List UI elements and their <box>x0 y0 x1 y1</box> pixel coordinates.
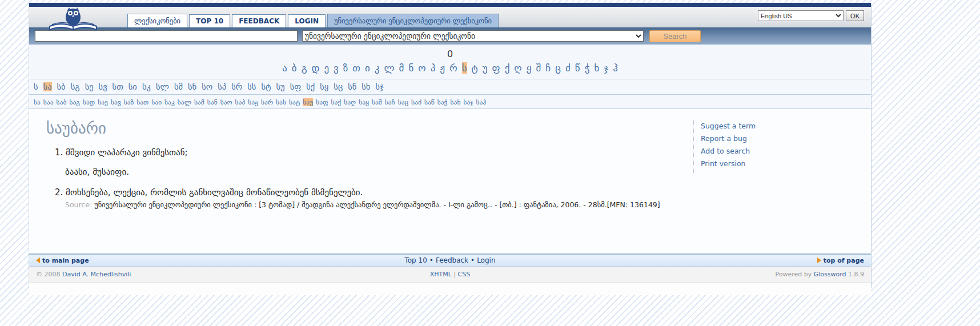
alphabet-letter-link[interactable]: კ <box>375 62 380 74</box>
alphabet-letter-link[interactable]: პ <box>431 62 436 74</box>
alphabet-letter-link[interactable]: ა <box>282 62 287 74</box>
dictionary-select[interactable]: უნივერსალური ენციკლოპედიური ლექსიკონი <box>302 30 644 42</box>
prefix2-link[interactable]: სს <box>247 82 256 91</box>
alphabet-letter-link[interactable]: შ <box>536 62 541 74</box>
prefix2-link[interactable]: სგ <box>71 82 80 91</box>
prefix3-link[interactable]: საბ <box>57 98 67 106</box>
prefix3-link[interactable]: სან <box>207 98 218 106</box>
prefix3-link[interactable]: საშ <box>372 98 382 106</box>
prefix2-link[interactable]: სკ <box>142 82 151 91</box>
prefix3-link[interactable]: საა <box>43 98 54 106</box>
prefix3-link[interactable]: სავ <box>111 98 121 106</box>
alphabet-letter-link[interactable]: ბ <box>292 62 297 74</box>
search-input[interactable] <box>35 30 298 42</box>
sidebar-link[interactable]: Suggest a term <box>701 122 865 130</box>
alphabet-letter-link[interactable]: ლ <box>384 62 394 74</box>
alphabet-letter-link[interactable]: ც <box>555 62 561 74</box>
alphabet-letter-link[interactable]: ჭ <box>585 62 590 74</box>
prefix2-link[interactable]: სნ <box>188 82 196 91</box>
prefix3-link[interactable]: სატ <box>289 98 300 106</box>
alphabet-letter-link[interactable]: ჰ <box>613 62 618 74</box>
alphabet-letter-link[interactable]: ო <box>418 62 425 74</box>
alphabet-letter-link[interactable]: ზ <box>343 62 348 74</box>
prefix2-link[interactable]: სლ <box>156 82 169 91</box>
prefix3-link[interactable]: საღ <box>344 98 356 106</box>
prefix3-link[interactable]: საჟ <box>248 98 258 106</box>
prefix3-link[interactable]: საფ <box>316 98 328 106</box>
alphabet-letter-link[interactable]: ქ <box>505 62 510 74</box>
prefix3-link[interactable]: საძ <box>411 98 421 106</box>
prefix3-link[interactable]: საც <box>398 98 408 106</box>
alphabet-letter-link[interactable]: ს <box>462 62 467 74</box>
prefix3-link[interactable]: საო <box>220 98 232 106</box>
alphabet-letter-link[interactable]: ე <box>324 62 329 74</box>
language-ok-button[interactable]: OK <box>846 10 864 21</box>
sidebar-link[interactable]: Print version <box>701 159 865 168</box>
alphabet-letter-link[interactable]: ჩ <box>545 62 551 74</box>
alphabet-letter-link[interactable]: ჯ <box>604 62 608 74</box>
alphabet-letter-link[interactable]: ხ <box>595 62 600 74</box>
alphabet-letter-link[interactable]: ვ <box>334 62 339 74</box>
prefix3-link[interactable]: სამ <box>194 98 204 106</box>
prefix3-link[interactable]: საე <box>98 98 108 106</box>
alphabet-letter-link[interactable]: ღ <box>514 62 521 74</box>
alphabet-letter-link[interactable]: მ <box>399 62 404 74</box>
alphabet-letter-link[interactable]: გ <box>302 62 307 74</box>
tab-login[interactable]: LOGIN <box>288 14 326 27</box>
footer-top10-link[interactable]: Top 10 <box>404 256 427 264</box>
prefix2-link[interactable]: სპ <box>218 82 226 91</box>
language-select[interactable]: English US <box>758 10 844 21</box>
prefix2-link[interactable]: სყ <box>320 82 328 91</box>
sidebar-link[interactable]: Add to search <box>701 147 865 155</box>
prefix3-link[interactable]: საუ <box>303 98 313 106</box>
tab-top10[interactable]: TOP 10 <box>189 14 230 27</box>
prefix3-link[interactable]: საკ <box>164 98 175 106</box>
prefix3-link[interactable]: სად <box>83 98 95 106</box>
tab-dictionaries[interactable]: ლექსიკონები <box>127 14 187 27</box>
prefix3-link[interactable]: საქ <box>331 98 342 106</box>
alphabet-letter-link[interactable]: ი <box>365 62 370 74</box>
prefix3-link[interactable]: სალ <box>178 98 191 106</box>
footer-login-link[interactable]: Login <box>477 256 495 264</box>
footer-feedback-link[interactable]: Feedback <box>436 256 468 264</box>
prefix3-link[interactable]: საწ <box>424 98 435 106</box>
alphabet-letter-link[interactable]: ნ <box>408 62 413 74</box>
prefix2-link[interactable]: სვ <box>99 82 107 91</box>
alphabet-letter-link[interactable]: უ <box>483 62 488 74</box>
prefix3-link[interactable]: საჭ <box>437 98 448 106</box>
prefix2-link[interactable]: სო <box>202 82 212 91</box>
prefix3-link[interactable]: საჩ <box>385 98 395 106</box>
prefix2-link[interactable]: სე <box>85 82 94 91</box>
prefix2-link[interactable]: სფ <box>290 82 302 91</box>
prefix3-link[interactable]: საჯ <box>463 98 473 106</box>
prefix3-link[interactable]: საყ <box>359 98 369 106</box>
prefix2-link[interactable]: სბ <box>57 82 66 91</box>
prefix2-link[interactable]: სხ <box>362 82 370 91</box>
prefix3-link[interactable]: საჰ <box>476 98 487 106</box>
prefix2-link[interactable]: სჯ <box>375 82 383 91</box>
alphabet-letter-link[interactable]: ტ <box>472 62 478 74</box>
prefix2-link[interactable]: სა <box>43 82 52 91</box>
prefix3-link[interactable]: სათ <box>136 98 148 106</box>
prefix2-link[interactable]: სც <box>334 82 343 91</box>
css-link[interactable]: CSS <box>458 271 471 278</box>
alphabet-letter-link[interactable]: წ <box>575 62 580 74</box>
prefix3-link[interactable]: სა <box>34 98 41 106</box>
alphabet-letter-link[interactable]: რ <box>449 62 457 74</box>
xhtml-link[interactable]: XHTML <box>430 271 452 278</box>
prefix3-link[interactable]: სახ <box>451 98 461 106</box>
prefix2-link[interactable]: სქ <box>306 82 315 91</box>
alphabet-letter-link[interactable]: ფ <box>492 62 500 74</box>
prefix3-link[interactable]: საგ <box>69 98 80 106</box>
prefix3-link[interactable]: საპ <box>235 98 246 106</box>
prefix2-link[interactable]: სი <box>128 82 137 91</box>
prefix2-link[interactable]: სუ <box>276 82 285 91</box>
alphabet-letter-link[interactable]: თ <box>352 62 360 74</box>
alphabet-letter-link[interactable]: ჟ <box>440 62 445 74</box>
prefix2-link[interactable]: სრ <box>231 82 242 91</box>
search-button[interactable]: Search <box>649 30 701 42</box>
prefix2-link[interactable]: სთ <box>113 82 123 91</box>
alphabet-letter-link[interactable]: ძ <box>565 62 571 74</box>
prefix2-link[interactable]: სტ <box>261 82 271 91</box>
prefix3-link[interactable]: საზ <box>124 98 134 106</box>
